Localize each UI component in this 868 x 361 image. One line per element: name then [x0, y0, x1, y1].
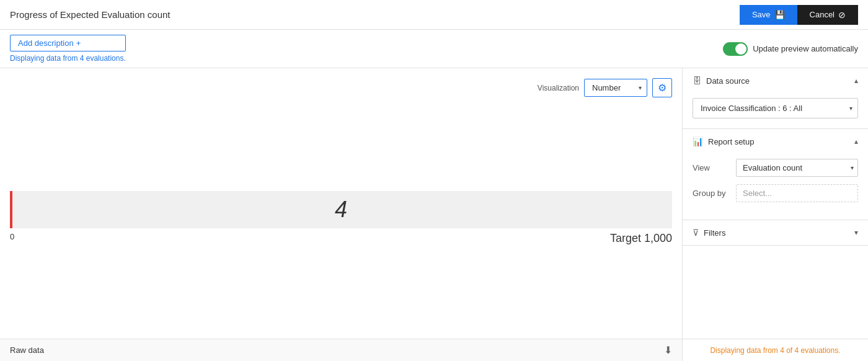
- data-source-header[interactable]: 🗄 Data source ▴: [683, 68, 868, 93]
- report-setup-label: Report setup: [708, 137, 754, 146]
- report-setup-section: 📊 Report setup ▴ View Evaluation count S…: [683, 129, 868, 220]
- right-panel: 🗄 Data source ▴ Invoice Classification :…: [682, 68, 868, 339]
- group-by-select[interactable]: Select...: [737, 185, 857, 202]
- view-row: View Evaluation count Score Average scor…: [693, 159, 858, 177]
- report-setup-title: 📊 Report setup: [693, 136, 754, 146]
- viz-settings-button[interactable]: ⚙: [652, 78, 672, 97]
- data-source-select[interactable]: Invoice Classification : 6 : All: [693, 99, 857, 118]
- toolbar-left: Add description + Displaying data from 4…: [10, 35, 126, 63]
- filter-icon: ⊽: [693, 228, 699, 238]
- report-setup-chevron-icon: ▴: [854, 137, 858, 146]
- progress-bar-container: 4: [10, 191, 672, 228]
- bottom-area: Raw data ⬇ Displaying data from 4 of 4 e…: [0, 339, 868, 361]
- progress-min-label: 0: [10, 232, 14, 245]
- raw-data-expand-icon[interactable]: ⬇: [664, 344, 672, 356]
- toolbar: Add description + Displaying data from 4…: [0, 30, 868, 68]
- data-source-select-wrapper: Invoice Classification : 6 : All ▾: [693, 98, 858, 118]
- page-title: Progress of Expected Evaluation count: [10, 9, 170, 20]
- viz-controls: Visualization Number Bar Line Pie ▾ ⚙: [10, 78, 672, 97]
- header: Progress of Expected Evaluation count Sa…: [0, 0, 868, 30]
- report-setup-body: View Evaluation count Score Average scor…: [683, 154, 868, 220]
- chart-area: Visualization Number Bar Line Pie ▾ ⚙: [0, 68, 682, 339]
- cancel-label: Cancel: [810, 10, 835, 19]
- data-source-section: 🗄 Data source ▴ Invoice Classification :…: [683, 68, 868, 129]
- view-select-wrapper: Evaluation count Score Average score ▾: [736, 159, 858, 177]
- data-source-body: Invoice Classification : 6 : All ▾: [683, 93, 868, 128]
- view-label: View: [693, 163, 736, 172]
- auto-preview-toggle[interactable]: [723, 42, 748, 56]
- data-source-chevron-icon: ▴: [854, 76, 858, 85]
- progress-value: 4: [335, 197, 347, 223]
- filters-header[interactable]: ⊽ Filters ▾: [683, 220, 868, 245]
- main-content: Visualization Number Bar Line Pie ▾ ⚙: [0, 68, 868, 339]
- save-disk-icon: 💾: [774, 10, 785, 20]
- toolbar-right: Update preview automatically: [723, 42, 858, 56]
- toggle-label: Update preview automatically: [753, 44, 858, 53]
- cancel-button[interactable]: Cancel ⊘: [797, 5, 858, 25]
- bottom-panel-side: Displaying data from 4 of 4 evaluations.: [682, 339, 868, 361]
- plus-icon: +: [76, 38, 81, 48]
- bottom-chart-side: Raw data ⬇: [0, 339, 682, 361]
- group-by-label: Group by: [693, 189, 736, 198]
- viz-type-select[interactable]: Number Bar Line Pie: [585, 79, 647, 96]
- group-by-row: Group by Select...: [693, 184, 858, 202]
- filters-section: ⊽ Filters ▾: [683, 220, 868, 246]
- header-actions: Save 💾 Cancel ⊘: [740, 5, 858, 25]
- view-select[interactable]: Evaluation count Score Average score: [737, 159, 857, 176]
- report-setup-header[interactable]: 📊 Report setup ▴: [683, 129, 868, 154]
- save-label: Save: [752, 10, 771, 19]
- cancel-circle-icon: ⊘: [838, 10, 846, 20]
- data-source-title: 🗄 Data source: [693, 76, 750, 86]
- group-by-select-wrapper: Select...: [736, 184, 858, 202]
- progress-target-label: Target 1,000: [610, 232, 672, 245]
- add-description-button[interactable]: Add description +: [10, 35, 126, 51]
- add-description-label: Add description: [18, 38, 74, 48]
- filters-title: ⊽ Filters: [693, 228, 725, 238]
- gear-icon: ⚙: [658, 82, 666, 94]
- save-button[interactable]: Save 💾: [740, 5, 797, 25]
- viz-label: Visualization: [538, 84, 579, 92]
- bottom-status-text: Displaying data from 4 of 4 evaluations.: [710, 346, 840, 355]
- viz-select-wrapper: Number Bar Line Pie ▾: [584, 79, 647, 97]
- data-source-label: Data source: [706, 76, 750, 86]
- progress-chart: 4 0 Target 1,000: [10, 107, 672, 329]
- bar-chart-icon: 📊: [693, 136, 703, 146]
- progress-bar-indicator: [10, 191, 12, 228]
- toolbar-subtitle: Displaying data from 4 evaluations.: [10, 54, 126, 63]
- database-icon: 🗄: [693, 76, 701, 86]
- raw-data-label: Raw data: [10, 345, 44, 355]
- progress-labels: 0 Target 1,000: [10, 232, 672, 245]
- filters-label: Filters: [704, 228, 725, 238]
- filters-chevron-icon: ▾: [854, 228, 858, 237]
